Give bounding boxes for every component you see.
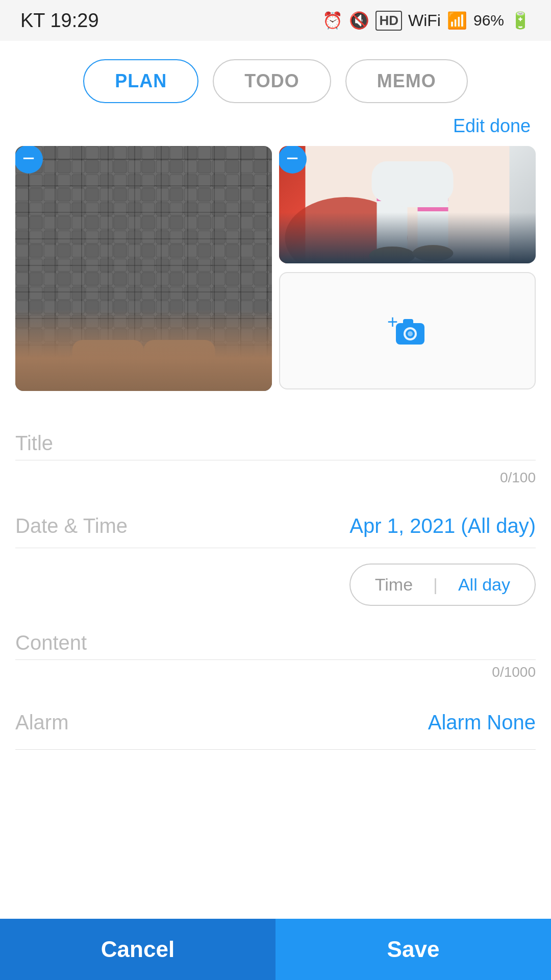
bottom-bar: Cancel Save	[0, 919, 551, 980]
hd-icon: HD	[375, 11, 402, 31]
svg-rect-4	[15, 146, 272, 391]
alarm-label: Alarm	[15, 711, 68, 734]
mute-icon: 🔇	[349, 11, 369, 30]
tab-memo[interactable]: MEMO	[345, 59, 468, 103]
edit-done-button[interactable]: Edit done	[453, 115, 531, 137]
edit-done-row: Edit done	[15, 115, 536, 146]
tab-plan[interactable]: PLAN	[83, 59, 198, 103]
svg-point-6	[139, 350, 220, 391]
battery-percent: 96%	[473, 12, 504, 29]
status-time: KT 19:29	[20, 10, 99, 32]
svg-rect-26	[403, 319, 413, 325]
content-input[interactable]	[15, 631, 536, 654]
content-char-count: 0/1000	[15, 660, 536, 691]
add-photo-icon: +	[385, 313, 431, 349]
datetime-label: Date & Time	[15, 514, 128, 537]
save-button[interactable]: Save	[276, 919, 551, 980]
cancel-button[interactable]: Cancel	[0, 919, 276, 980]
alarm-icon: ⏰	[322, 11, 343, 30]
status-bar: KT 19:29 ⏰ 🔇 HD WiFi 📶 96% 🔋	[0, 0, 551, 41]
svg-rect-20	[397, 187, 448, 207]
datetime-value: Apr 1, 2021 (All day)	[349, 514, 536, 537]
child-image	[279, 146, 536, 263]
svg-point-17	[369, 247, 415, 263]
time-toggle: Time | All day	[349, 564, 536, 606]
tab-todo[interactable]: TODO	[213, 59, 331, 103]
photo-right-top	[279, 146, 536, 263]
photo-left	[15, 146, 272, 391]
title-input[interactable]	[15, 432, 536, 455]
photos-grid: +	[15, 146, 536, 391]
time-toggle-row: Time | All day	[15, 548, 536, 616]
svg-point-18	[413, 245, 454, 261]
title-field	[15, 416, 536, 460]
content-field	[15, 616, 536, 660]
camera-icon: +	[385, 313, 431, 349]
toggle-divider: |	[433, 575, 438, 595]
signal-icon: 📶	[447, 11, 467, 30]
svg-rect-16	[418, 207, 448, 211]
svg-rect-7	[72, 340, 144, 381]
svg-point-5	[67, 350, 149, 391]
tab-bar: PLAN TODO MEMO	[0, 41, 551, 115]
allday-option-button[interactable]: All day	[438, 567, 531, 603]
wifi-icon: WiFi	[408, 11, 441, 30]
alarm-row[interactable]: Alarm Alarm None	[15, 691, 536, 750]
title-char-count: 0/100	[15, 465, 536, 496]
alarm-value: Alarm None	[428, 711, 536, 734]
svg-point-25	[408, 331, 413, 336]
svg-rect-8	[144, 340, 215, 381]
time-option-button[interactable]: Time	[355, 567, 433, 603]
main-content: Edit done	[0, 115, 551, 842]
datetime-row[interactable]: Date & Time Apr 1, 2021 (All day)	[15, 496, 536, 548]
mosaic-image	[15, 146, 272, 391]
status-icons: ⏰ 🔇 HD WiFi 📶 96% 🔋	[322, 11, 531, 31]
add-photo-button[interactable]: +	[279, 272, 536, 389]
battery-icon: 🔋	[510, 11, 531, 30]
